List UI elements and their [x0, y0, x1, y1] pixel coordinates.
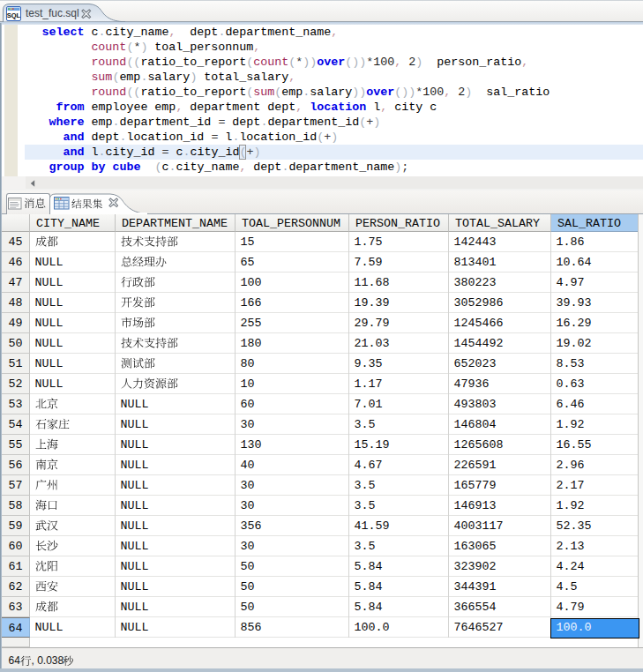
svg-text:SQL: SQL: [7, 11, 21, 19]
